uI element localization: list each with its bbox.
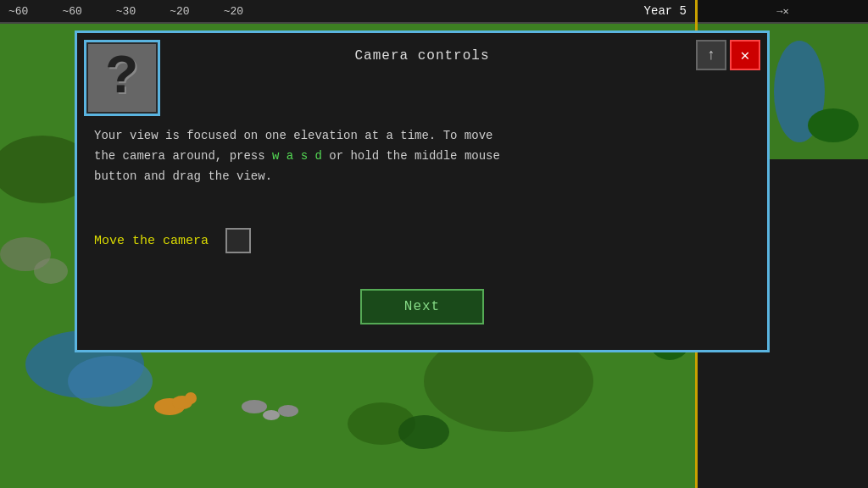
svg-point-7 [68,356,153,407]
year-label: Year 5 [644,4,687,18]
right-panel-icon: →✕ [776,5,788,18]
svg-point-19 [185,392,197,404]
coord-label-2: ~60 [62,5,81,18]
body-line-2-post: or hold the middle mouse [322,149,500,163]
next-button[interactable]: Next [360,289,484,324]
task-label: Move the camera [94,234,209,248]
svg-point-20 [242,400,267,413]
coord-label-3: ~30 [116,5,136,18]
svg-point-22 [278,405,298,417]
coord-label-5: ~20 [224,5,243,18]
svg-point-28 [808,108,859,142]
task-row: Move the camera [94,228,251,253]
svg-point-21 [263,410,280,420]
body-line-3: button and drag the view. [94,167,750,187]
right-panel-header: →✕ [698,0,868,24]
wasd-keys: w a s d [272,149,322,163]
modal-title: Camera controls [77,48,767,64]
coord-label-4: ~20 [170,5,189,18]
svg-point-9 [34,258,68,284]
next-btn-container: Next [77,289,767,324]
body-line-1: Your view is focused on one elevation at… [94,126,750,147]
body-line-2: the camera around, press w a s d or hold… [94,147,750,167]
task-checkbox[interactable] [225,228,251,253]
coord-label-1: ~60 [8,5,28,18]
top-bar: ~60 ~60 ~30 ~20 ~20 Year 5 [0,0,695,24]
modal-body: Your view is focused on one elevation at… [94,126,750,186]
svg-point-24 [398,415,449,449]
body-line-2-pre: the camera around, press [94,149,272,163]
modal-dialog: ? ↑ ✕ Camera controls Your view is focus… [75,30,770,352]
